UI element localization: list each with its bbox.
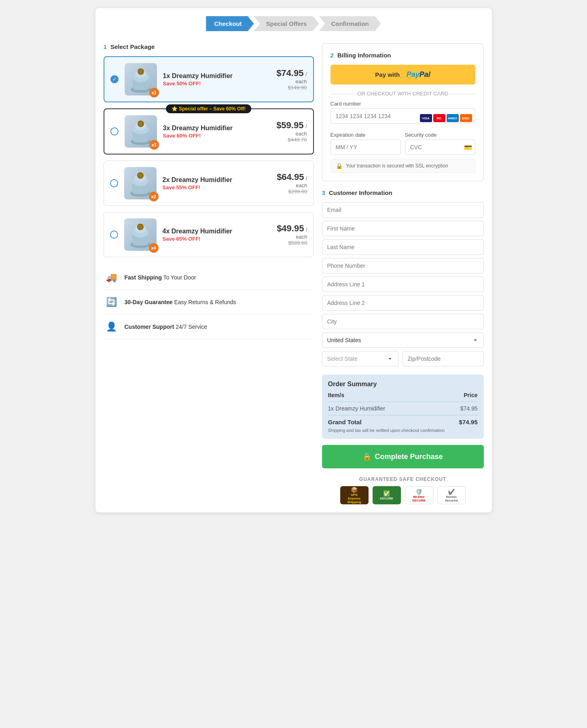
visa-icon: VISA bbox=[420, 114, 432, 122]
product-img-wrap-4x: x4 bbox=[124, 218, 157, 251]
paypal-button[interactable]: Pay with PayPal bbox=[331, 65, 475, 85]
or-divider: OR CHECKOUT WITH CREDIT CARD bbox=[331, 91, 475, 97]
amex-icon: AMEX bbox=[447, 114, 459, 122]
ups-badge: 📦 UPS Express Shipping bbox=[340, 486, 369, 504]
safe-checkout-title: GUARANTEED SAFE CHECKOUT bbox=[322, 476, 484, 482]
product-img-wrap-1x: x1 bbox=[125, 63, 157, 95]
summary-total-row: Grand Total $74.95 bbox=[328, 419, 478, 425]
qty-badge-3x: x3 bbox=[149, 140, 159, 150]
svg-point-11 bbox=[139, 122, 143, 126]
progress-bar: Checkout Special Offers Confirmation bbox=[104, 16, 484, 31]
summary-header: Item/s Price bbox=[328, 392, 478, 402]
product-price-3x: $59.95 / each $449.70 bbox=[276, 120, 307, 143]
radio-3x bbox=[110, 127, 119, 135]
customer-section: 3 Customer Information United States Sel… bbox=[322, 189, 484, 366]
discover-icon: DISC bbox=[460, 114, 472, 122]
product-save-4x: Save 65% OFF! bbox=[163, 236, 271, 242]
product-name-1x: 1x Dreamzy Humidifier bbox=[163, 72, 271, 80]
customer-title: 3 Customer Information bbox=[322, 189, 484, 196]
product-info-4x: 4x Dreamzy Humidifier Save 65% OFF! bbox=[163, 228, 271, 242]
billing-section: 2 Billing Information Pay with PayPal OR… bbox=[322, 43, 484, 181]
norton-badge: ✔️ Norton Secured bbox=[437, 486, 466, 504]
lock-icon: 🔒 bbox=[336, 163, 343, 169]
product-name-4x: 4x Dreamzy Humidifier bbox=[163, 228, 271, 235]
zip-input[interactable] bbox=[403, 351, 484, 366]
product-img-wrap-2x: x2 bbox=[124, 167, 157, 199]
qty-badge-1x: x1 bbox=[149, 88, 159, 97]
main-layout: 1 Select Package ✓ bbox=[104, 43, 484, 504]
phone-input[interactable] bbox=[322, 258, 484, 273]
city-input[interactable] bbox=[322, 314, 484, 329]
step-special-offers[interactable]: Special Offers bbox=[254, 16, 319, 31]
package-card-3x[interactable]: ⭐ Special offer – Save 60% Off! x3 bbox=[104, 108, 314, 154]
cvc-card-icon: 💳 bbox=[464, 144, 472, 151]
radio-4x bbox=[110, 231, 118, 239]
feature-support-text: Customer Support 24/7 Service bbox=[125, 324, 208, 330]
svg-point-23 bbox=[138, 225, 142, 229]
product-price-2x: $64.95 / each $299.80 bbox=[277, 172, 307, 195]
state-zip-row: Select State bbox=[322, 351, 484, 366]
qty-badge-2x: x2 bbox=[149, 192, 159, 201]
last-name-input[interactable] bbox=[322, 239, 484, 255]
product-save-3x: Save 60% OFF! bbox=[163, 133, 271, 139]
expiry-wrap: Expiration date bbox=[331, 132, 401, 155]
package-card-1x[interactable]: ✓ x1 1x Dreamzy bbox=[104, 56, 314, 102]
first-name-input[interactable] bbox=[322, 221, 484, 236]
product-info-3x: 3x Dreamzy Humidifier Save 60% OFF! bbox=[163, 125, 271, 139]
product-save-2x: Save 55% OFF! bbox=[163, 184, 271, 190]
cvc-wrap: Security code 💳 bbox=[405, 132, 475, 155]
shipping-icon: 🚚 bbox=[104, 269, 120, 286]
mastercard-icon: MC bbox=[433, 114, 445, 122]
card-icons: VISA MC AMEX DISC bbox=[420, 114, 472, 122]
package-card-2x[interactable]: x2 2x Dreamzy Humidifier Save 55% OFF! $… bbox=[104, 161, 314, 206]
trust-badges: 📦 UPS Express Shipping ✅ SECURE 🛡️ McAfe… bbox=[322, 486, 484, 504]
ssl-notice: 🔒 Your transaction is secured with SSL e… bbox=[331, 159, 475, 173]
product-price-4x: $49.95 / each $599.60 bbox=[277, 223, 307, 246]
mcafee-badge: 🛡️ McAfee SECURE bbox=[405, 486, 433, 504]
svg-point-17 bbox=[138, 174, 142, 178]
product-img-wrap-3x: x3 bbox=[125, 115, 157, 148]
complete-purchase-button[interactable]: 🔒 Complete Purchase bbox=[322, 445, 484, 468]
product-name-2x: 2x Dreamzy Humidifier bbox=[163, 176, 271, 184]
step-checkout[interactable]: Checkout bbox=[206, 16, 254, 31]
right-column: 2 Billing Information Pay with PayPal OR… bbox=[322, 43, 484, 504]
address2-input[interactable] bbox=[322, 295, 484, 311]
paypal-logo: PayPal bbox=[407, 70, 430, 79]
product-price-1x: $74.95 / each $149.90 bbox=[276, 68, 307, 91]
order-summary-title: Order Summary bbox=[328, 381, 478, 388]
svg-point-5 bbox=[139, 70, 143, 74]
safe-checkout: GUARANTEED SAFE CHECKOUT 📦 UPS Express S… bbox=[322, 476, 484, 504]
order-summary: Order Summary Item/s Price 1x Dreamzy Hu… bbox=[322, 375, 484, 439]
state-select[interactable]: Select State bbox=[322, 351, 398, 366]
billing-title: 2 Billing Information bbox=[331, 52, 475, 59]
radio-1x: ✓ bbox=[110, 75, 119, 83]
cvc-input-wrap: 💳 bbox=[405, 140, 475, 155]
step-confirmation[interactable]: Confirmation bbox=[319, 16, 381, 31]
country-select[interactable]: United States bbox=[322, 332, 484, 348]
product-info-1x: 1x Dreamzy Humidifier Save 50% OFF! bbox=[163, 72, 271, 87]
cvc-label: Security code bbox=[405, 132, 475, 138]
address1-input[interactable] bbox=[322, 277, 484, 292]
card-number-label: Card number bbox=[331, 101, 475, 107]
qty-badge-4x: x4 bbox=[149, 243, 159, 253]
email-input[interactable] bbox=[322, 202, 484, 218]
lock-icon-btn: 🔒 bbox=[362, 452, 371, 461]
product-name-3x: 3x Dreamzy Humidifier bbox=[163, 125, 271, 132]
special-offer-badge: ⭐ Special offer – Save 60% Off! bbox=[166, 104, 252, 113]
support-icon: 👤 bbox=[104, 319, 120, 335]
features-list: 🚚 Fast Shipping To Your Door 🔄 30-Day Gu… bbox=[104, 265, 314, 339]
card-number-wrap: VISA MC AMEX DISC bbox=[331, 108, 475, 128]
select-package-title: 1 Select Package bbox=[104, 43, 314, 50]
summary-note: Shipping and tax will be settled upon ch… bbox=[328, 428, 478, 433]
feature-guarantee: 🔄 30-Day Guarantee Easy Returns & Refund… bbox=[104, 290, 314, 315]
package-card-4x[interactable]: x4 4x Dreamzy Humidifier Save 65% OFF! $… bbox=[104, 212, 314, 257]
page-wrapper: Checkout Special Offers Confirmation 1 S… bbox=[95, 8, 492, 512]
expiry-cvc-row: Expiration date Security code 💳 bbox=[331, 132, 475, 155]
product-info-2x: 2x Dreamzy Humidifier Save 55% OFF! bbox=[163, 176, 271, 190]
feature-shipping: 🚚 Fast Shipping To Your Door bbox=[104, 265, 314, 290]
feature-support: 👤 Customer Support 24/7 Service bbox=[104, 315, 314, 339]
expiry-input[interactable] bbox=[331, 140, 401, 155]
product-save-1x: Save 50% OFF! bbox=[163, 80, 271, 87]
feature-shipping-text: Fast Shipping To Your Door bbox=[125, 274, 196, 281]
radio-2x bbox=[110, 179, 118, 187]
